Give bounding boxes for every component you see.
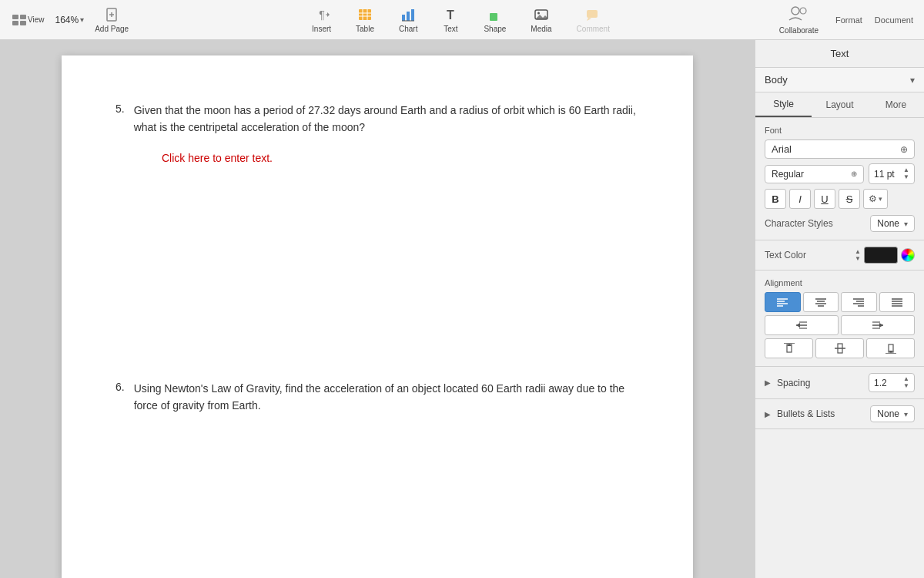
- font-family-value: Arial: [772, 143, 900, 155]
- spacing-down-icon[interactable]: ▼: [903, 383, 909, 389]
- collaborate-button[interactable]: Collaborate: [773, 3, 825, 36]
- text-format-gear-button[interactable]: ⚙ ▾: [863, 189, 888, 209]
- svg-rect-24: [587, 10, 598, 18]
- text-color-down-icon[interactable]: ▼: [855, 256, 861, 262]
- valign-top-button[interactable]: [765, 338, 813, 358]
- spacing-section[interactable]: ▶ Spacing 1.2 ▲ ▼: [755, 367, 924, 399]
- click-placeholder[interactable]: Click here to enter text.: [162, 152, 639, 164]
- shape-label: Shape: [484, 25, 506, 33]
- align-left-button[interactable]: [765, 292, 801, 312]
- text-color-up-icon[interactable]: ▲: [855, 249, 861, 255]
- text-icon: T: [442, 6, 459, 23]
- chart-label: Chart: [399, 25, 417, 33]
- horizontal-align-row: [765, 292, 915, 312]
- svg-rect-16: [407, 12, 410, 21]
- spacing-up-icon[interactable]: ▲: [903, 376, 909, 382]
- indent-decrease-button[interactable]: [765, 315, 839, 335]
- align-right-button[interactable]: [841, 292, 877, 312]
- font-style-selector[interactable]: Regular ⊕: [765, 165, 864, 183]
- char-styles-selector[interactable]: None ▾: [870, 215, 915, 232]
- table-button[interactable]: Table: [351, 5, 379, 35]
- underline-button[interactable]: U: [814, 189, 835, 209]
- font-size-control[interactable]: 11 pt ▲ ▼: [869, 163, 915, 184]
- document-tab[interactable]: Document: [872, 14, 916, 26]
- zoom-value: 164%: [55, 15, 79, 25]
- align-justify-button[interactable]: [879, 292, 916, 312]
- chart-icon: [400, 6, 417, 23]
- text-color-controls: ▲ ▼: [855, 247, 915, 264]
- view-icon: [12, 14, 26, 26]
- format-document-tabs: Format Document: [832, 14, 916, 26]
- tab-more[interactable]: More: [868, 92, 924, 117]
- strikethrough-button[interactable]: S: [839, 189, 860, 209]
- svg-marker-25: [587, 18, 591, 21]
- italic-button[interactable]: I: [789, 189, 811, 209]
- tab-layout[interactable]: Layout: [812, 92, 868, 117]
- align-right-icon: [853, 297, 864, 307]
- toolbar: View 164% ▾ Add Page ¶: [0, 0, 924, 40]
- text-color-stepper[interactable]: ▲ ▼: [855, 249, 861, 262]
- text-format-buttons: B I U S: [765, 189, 860, 209]
- svg-rect-2: [12, 21, 18, 25]
- view-button[interactable]: View: [8, 11, 49, 29]
- comment-button[interactable]: Comment: [572, 5, 614, 35]
- text-color-label: Text Color: [765, 250, 806, 260]
- char-styles-arrow-icon: ▾: [904, 220, 908, 228]
- align-justify-icon: [892, 297, 902, 307]
- toolbar-right-group: Collaborate Format Document: [773, 3, 916, 36]
- bullets-lists-section[interactable]: ▶ Bullets & Lists None ▾: [755, 399, 924, 429]
- chart-button[interactable]: Chart: [394, 5, 422, 35]
- spacing-collapse-icon: ▶: [765, 378, 771, 387]
- font-style-row: Regular ⊕ 11 pt ▲ ▼: [765, 163, 915, 184]
- body-style-selector[interactable]: Body ▾: [755, 68, 924, 92]
- bold-button[interactable]: B: [765, 189, 786, 209]
- font-section: Font Arial ⊕ Regular ⊕ 11 pt ▲ ▼: [755, 118, 924, 240]
- font-family-selector[interactable]: Arial ⊕: [765, 139, 915, 159]
- add-page-label: Add Page: [95, 25, 129, 33]
- indent-increase-button[interactable]: [841, 315, 915, 335]
- tab-style[interactable]: Style: [755, 92, 812, 117]
- char-styles-value: None: [877, 218, 899, 229]
- svg-rect-3: [20, 21, 26, 25]
- spacing-stepper[interactable]: ▲ ▼: [903, 376, 909, 389]
- question-5-number: 5.: [116, 102, 125, 136]
- question-5-text: Given that the moon has a period of 27.3…: [134, 102, 639, 136]
- valign-middle-button[interactable]: [815, 338, 864, 358]
- svg-rect-17: [411, 9, 414, 21]
- align-center-button[interactable]: [803, 292, 839, 312]
- bullets-collapse-icon: ▶: [765, 410, 771, 418]
- valign-bottom-icon: [886, 343, 896, 354]
- bullets-selector[interactable]: None ▾: [870, 405, 915, 422]
- toolbar-left-group: View 164% ▾ Add Page: [8, 5, 133, 35]
- spacing-value: 1.2: [874, 378, 887, 388]
- font-family-arrow-icon: ⊕: [900, 144, 908, 155]
- shape-icon: [487, 6, 504, 23]
- comment-label: Comment: [577, 25, 610, 33]
- zoom-control[interactable]: 164% ▾: [52, 13, 88, 27]
- bullets-label: Bullets & Lists: [777, 408, 835, 419]
- format-tab[interactable]: Format: [832, 14, 865, 26]
- toolbar-center-group: ¶ Insert Table: [149, 5, 773, 35]
- color-wheel-icon[interactable]: [901, 248, 915, 262]
- document-page[interactable]: 5. Given that the moon has a period of 2…: [62, 55, 693, 578]
- media-button[interactable]: Media: [526, 5, 556, 35]
- collaborate-icon: [788, 5, 809, 25]
- text-color-swatch[interactable]: [864, 247, 898, 264]
- spacing-value-control[interactable]: 1.2 ▲ ▼: [869, 373, 915, 392]
- font-size-down-icon[interactable]: ▼: [903, 174, 909, 180]
- svg-marker-23: [535, 15, 547, 19]
- table-label: Table: [356, 25, 374, 33]
- shape-button[interactable]: Shape: [479, 5, 511, 35]
- vertical-align-row: [765, 338, 915, 358]
- insert-button[interactable]: ¶ Insert: [307, 5, 336, 35]
- font-size-up-icon[interactable]: ▲: [903, 167, 909, 173]
- body-style-label: Body: [765, 74, 788, 86]
- svg-rect-1: [20, 15, 26, 19]
- bullets-value-control[interactable]: None ▾: [870, 405, 915, 422]
- gear-icon: ⚙: [869, 193, 877, 204]
- main-area: 5. Given that the moon has a period of 2…: [0, 40, 924, 578]
- font-size-stepper[interactable]: ▲ ▼: [903, 167, 909, 180]
- valign-bottom-button[interactable]: [866, 338, 915, 358]
- add-page-button[interactable]: Add Page: [90, 5, 133, 35]
- text-button[interactable]: T Text: [437, 5, 464, 35]
